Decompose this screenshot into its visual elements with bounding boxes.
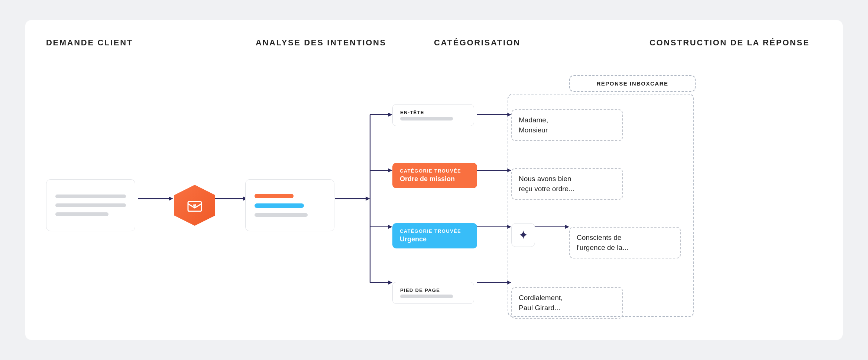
svg-marker-14 xyxy=(388,280,392,285)
card-line-1 xyxy=(55,195,126,198)
svg-marker-24 xyxy=(507,280,511,285)
category-entete: EN-TÊTE xyxy=(392,104,474,126)
header-demande-client: DEMANDE CLIENT xyxy=(46,38,133,48)
svg-marker-18 xyxy=(507,168,511,172)
entete-line xyxy=(400,117,453,120)
response-3-text: Conscients de l'urgence de la... xyxy=(577,233,673,253)
svg-marker-22 xyxy=(565,225,569,229)
card-line-2 xyxy=(55,203,126,207)
diagram-body: EN-TÊTE CATÉGORIE TROUVÉE Ordre de missi… xyxy=(46,75,822,322)
entete-label: EN-TÊTE xyxy=(400,110,466,115)
response-inboxcare-container: RÉPONSE INBOXCARE xyxy=(569,75,696,92)
header-construction: CONSTRUCTION DE LA RÉPONSE xyxy=(650,38,810,48)
inboxcare-logo xyxy=(174,185,215,226)
svg-marker-1 xyxy=(169,196,173,200)
svg-marker-12 xyxy=(388,225,392,229)
response-2-text: Nous avons bien reçu votre ordre... xyxy=(519,174,615,194)
category-ordre-mission: CATÉGORIE TROUVÉE Ordre de mission xyxy=(392,163,477,188)
response-inboxcare-header-box: RÉPONSE INBOXCARE xyxy=(569,75,696,92)
cat2-value: Urgence xyxy=(400,235,470,243)
demande-client-card xyxy=(46,179,135,231)
header-analyse: ANALYSE DES INTENTIONS xyxy=(256,38,386,48)
pentagon-shape xyxy=(174,185,215,226)
header-categorisation: CATÉGORISATION xyxy=(434,38,521,48)
response-4: Cordialement, Paul Girard... xyxy=(511,287,623,319)
svg-marker-20 xyxy=(507,225,511,229)
svg-marker-16 xyxy=(507,113,511,117)
svg-marker-5 xyxy=(366,196,370,200)
sparkle-icon: ✦ xyxy=(518,228,528,242)
analysis-card xyxy=(245,179,334,231)
analysis-line-gray xyxy=(255,213,308,217)
pied-line xyxy=(400,295,453,298)
response-2: Nous avons bien reçu votre ordre... xyxy=(511,168,623,200)
cat1-label: CATÉGORIE TROUVÉE xyxy=(400,168,470,174)
analysis-line-blue xyxy=(255,203,304,208)
response-4-text: Cordialement, Paul Girard... xyxy=(519,293,615,313)
cat2-label: CATÉGORIE TROUVÉE xyxy=(400,228,470,234)
pied-label: PIED DE PAGE xyxy=(400,287,466,293)
cat1-value: Ordre de mission xyxy=(400,175,470,183)
analysis-line-orange xyxy=(255,194,294,198)
svg-marker-10 xyxy=(388,168,392,172)
response-inboxcare-title: RÉPONSE INBOXCARE xyxy=(576,80,689,87)
response-1-text: Madame, Monsieur xyxy=(519,115,615,135)
response-1: Madame, Monsieur xyxy=(511,109,623,141)
inbox-icon xyxy=(186,196,204,214)
category-pied-page: PIED DE PAGE xyxy=(392,282,474,304)
card-line-3 xyxy=(55,212,108,216)
diagram-container: DEMANDE CLIENT ANALYSE DES INTENTIONS CA… xyxy=(25,20,843,340)
category-urgence: CATÉGORIE TROUVÉE Urgence xyxy=(392,223,477,248)
sparkle-box: ✦ xyxy=(511,223,535,247)
svg-marker-8 xyxy=(388,113,392,117)
response-3: Conscients de l'urgence de la... xyxy=(569,227,681,258)
